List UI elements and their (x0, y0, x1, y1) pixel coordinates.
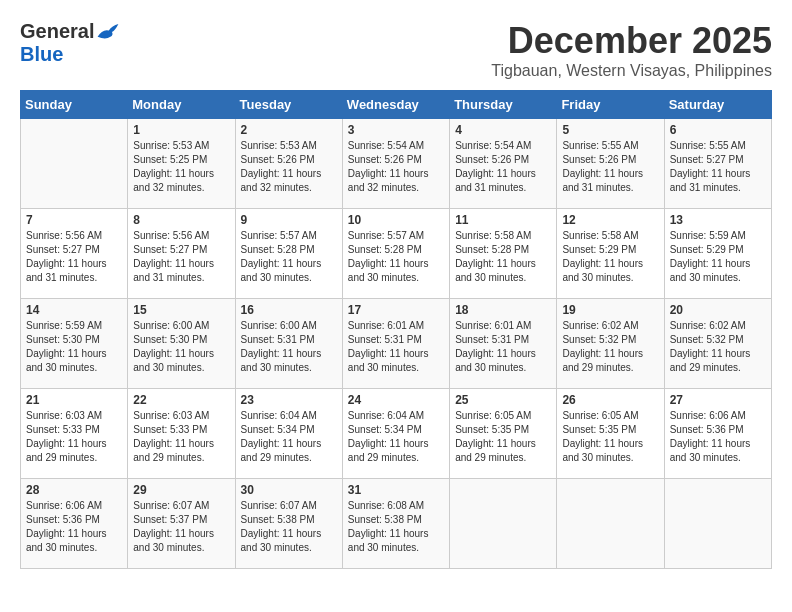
calendar-day-cell: 10Sunrise: 5:57 AM Sunset: 5:28 PM Dayli… (342, 209, 449, 299)
title-area: December 2025 Tigbauan, Western Visayas,… (491, 20, 772, 80)
day-info: Sunrise: 5:53 AM Sunset: 5:26 PM Dayligh… (241, 139, 337, 195)
day-number: 24 (348, 393, 444, 407)
day-number: 4 (455, 123, 551, 137)
day-info: Sunrise: 6:03 AM Sunset: 5:33 PM Dayligh… (26, 409, 122, 465)
day-info: Sunrise: 5:56 AM Sunset: 5:27 PM Dayligh… (133, 229, 229, 285)
day-number: 17 (348, 303, 444, 317)
calendar-day-cell: 2Sunrise: 5:53 AM Sunset: 5:26 PM Daylig… (235, 119, 342, 209)
day-number: 18 (455, 303, 551, 317)
day-info: Sunrise: 6:01 AM Sunset: 5:31 PM Dayligh… (348, 319, 444, 375)
logo: General Blue (20, 20, 120, 66)
month-title: December 2025 (491, 20, 772, 62)
calendar-day-cell: 23Sunrise: 6:04 AM Sunset: 5:34 PM Dayli… (235, 389, 342, 479)
day-number: 7 (26, 213, 122, 227)
day-number: 28 (26, 483, 122, 497)
day-number: 11 (455, 213, 551, 227)
day-info: Sunrise: 5:55 AM Sunset: 5:27 PM Dayligh… (670, 139, 766, 195)
calendar-week-row: 21Sunrise: 6:03 AM Sunset: 5:33 PM Dayli… (21, 389, 772, 479)
day-number: 12 (562, 213, 658, 227)
calendar-day-cell: 30Sunrise: 6:07 AM Sunset: 5:38 PM Dayli… (235, 479, 342, 569)
day-of-week-header: Thursday (450, 91, 557, 119)
day-info: Sunrise: 6:00 AM Sunset: 5:30 PM Dayligh… (133, 319, 229, 375)
day-info: Sunrise: 5:58 AM Sunset: 5:29 PM Dayligh… (562, 229, 658, 285)
calendar-day-cell: 31Sunrise: 6:08 AM Sunset: 5:38 PM Dayli… (342, 479, 449, 569)
calendar-week-row: 14Sunrise: 5:59 AM Sunset: 5:30 PM Dayli… (21, 299, 772, 389)
day-info: Sunrise: 5:54 AM Sunset: 5:26 PM Dayligh… (348, 139, 444, 195)
calendar-day-cell: 28Sunrise: 6:06 AM Sunset: 5:36 PM Dayli… (21, 479, 128, 569)
day-of-week-header: Sunday (21, 91, 128, 119)
day-info: Sunrise: 5:54 AM Sunset: 5:26 PM Dayligh… (455, 139, 551, 195)
day-number: 27 (670, 393, 766, 407)
day-info: Sunrise: 5:57 AM Sunset: 5:28 PM Dayligh… (241, 229, 337, 285)
calendar-day-cell (450, 479, 557, 569)
day-number: 9 (241, 213, 337, 227)
day-number: 8 (133, 213, 229, 227)
day-info: Sunrise: 6:05 AM Sunset: 5:35 PM Dayligh… (455, 409, 551, 465)
calendar-day-cell: 13Sunrise: 5:59 AM Sunset: 5:29 PM Dayli… (664, 209, 771, 299)
day-number: 6 (670, 123, 766, 137)
calendar-day-cell: 4Sunrise: 5:54 AM Sunset: 5:26 PM Daylig… (450, 119, 557, 209)
calendar-day-cell: 9Sunrise: 5:57 AM Sunset: 5:28 PM Daylig… (235, 209, 342, 299)
day-number: 3 (348, 123, 444, 137)
calendar-day-cell: 20Sunrise: 6:02 AM Sunset: 5:32 PM Dayli… (664, 299, 771, 389)
calendar-day-cell: 19Sunrise: 6:02 AM Sunset: 5:32 PM Dayli… (557, 299, 664, 389)
day-info: Sunrise: 5:59 AM Sunset: 5:30 PM Dayligh… (26, 319, 122, 375)
calendar-day-cell (664, 479, 771, 569)
day-number: 31 (348, 483, 444, 497)
calendar-day-cell (21, 119, 128, 209)
day-number: 20 (670, 303, 766, 317)
calendar-day-cell (557, 479, 664, 569)
day-number: 16 (241, 303, 337, 317)
day-of-week-header: Wednesday (342, 91, 449, 119)
day-of-week-header: Saturday (664, 91, 771, 119)
logo-blue-text: Blue (20, 43, 63, 66)
day-info: Sunrise: 6:01 AM Sunset: 5:31 PM Dayligh… (455, 319, 551, 375)
day-number: 25 (455, 393, 551, 407)
day-info: Sunrise: 6:08 AM Sunset: 5:38 PM Dayligh… (348, 499, 444, 555)
page-header: General Blue December 2025 Tigbauan, Wes… (20, 20, 772, 80)
day-info: Sunrise: 6:07 AM Sunset: 5:37 PM Dayligh… (133, 499, 229, 555)
day-info: Sunrise: 5:58 AM Sunset: 5:28 PM Dayligh… (455, 229, 551, 285)
day-info: Sunrise: 5:53 AM Sunset: 5:25 PM Dayligh… (133, 139, 229, 195)
calendar-table: SundayMondayTuesdayWednesdayThursdayFrid… (20, 90, 772, 569)
day-info: Sunrise: 6:02 AM Sunset: 5:32 PM Dayligh… (670, 319, 766, 375)
day-info: Sunrise: 6:02 AM Sunset: 5:32 PM Dayligh… (562, 319, 658, 375)
calendar-day-cell: 12Sunrise: 5:58 AM Sunset: 5:29 PM Dayli… (557, 209, 664, 299)
location-title: Tigbauan, Western Visayas, Philippines (491, 62, 772, 80)
day-number: 19 (562, 303, 658, 317)
day-info: Sunrise: 5:56 AM Sunset: 5:27 PM Dayligh… (26, 229, 122, 285)
calendar-day-cell: 26Sunrise: 6:05 AM Sunset: 5:35 PM Dayli… (557, 389, 664, 479)
day-number: 13 (670, 213, 766, 227)
calendar-week-row: 1Sunrise: 5:53 AM Sunset: 5:25 PM Daylig… (21, 119, 772, 209)
day-number: 14 (26, 303, 122, 317)
day-number: 10 (348, 213, 444, 227)
day-number: 30 (241, 483, 337, 497)
day-number: 29 (133, 483, 229, 497)
calendar-day-cell: 14Sunrise: 5:59 AM Sunset: 5:30 PM Dayli… (21, 299, 128, 389)
calendar-week-row: 28Sunrise: 6:06 AM Sunset: 5:36 PM Dayli… (21, 479, 772, 569)
calendar-day-cell: 11Sunrise: 5:58 AM Sunset: 5:28 PM Dayli… (450, 209, 557, 299)
calendar-day-cell: 17Sunrise: 6:01 AM Sunset: 5:31 PM Dayli… (342, 299, 449, 389)
calendar-day-cell: 25Sunrise: 6:05 AM Sunset: 5:35 PM Dayli… (450, 389, 557, 479)
day-info: Sunrise: 6:04 AM Sunset: 5:34 PM Dayligh… (348, 409, 444, 465)
calendar-day-cell: 5Sunrise: 5:55 AM Sunset: 5:26 PM Daylig… (557, 119, 664, 209)
day-info: Sunrise: 5:59 AM Sunset: 5:29 PM Dayligh… (670, 229, 766, 285)
calendar-day-cell: 1Sunrise: 5:53 AM Sunset: 5:25 PM Daylig… (128, 119, 235, 209)
calendar-day-cell: 29Sunrise: 6:07 AM Sunset: 5:37 PM Dayli… (128, 479, 235, 569)
day-info: Sunrise: 6:06 AM Sunset: 5:36 PM Dayligh… (26, 499, 122, 555)
day-info: Sunrise: 5:57 AM Sunset: 5:28 PM Dayligh… (348, 229, 444, 285)
calendar-day-cell: 3Sunrise: 5:54 AM Sunset: 5:26 PM Daylig… (342, 119, 449, 209)
day-number: 15 (133, 303, 229, 317)
day-number: 23 (241, 393, 337, 407)
day-number: 5 (562, 123, 658, 137)
day-of-week-header: Monday (128, 91, 235, 119)
day-number: 26 (562, 393, 658, 407)
calendar-day-cell: 7Sunrise: 5:56 AM Sunset: 5:27 PM Daylig… (21, 209, 128, 299)
day-info: Sunrise: 6:05 AM Sunset: 5:35 PM Dayligh… (562, 409, 658, 465)
day-info: Sunrise: 6:03 AM Sunset: 5:33 PM Dayligh… (133, 409, 229, 465)
day-of-week-header: Friday (557, 91, 664, 119)
calendar-day-cell: 22Sunrise: 6:03 AM Sunset: 5:33 PM Dayli… (128, 389, 235, 479)
calendar-day-cell: 8Sunrise: 5:56 AM Sunset: 5:27 PM Daylig… (128, 209, 235, 299)
day-number: 22 (133, 393, 229, 407)
calendar-week-row: 7Sunrise: 5:56 AM Sunset: 5:27 PM Daylig… (21, 209, 772, 299)
